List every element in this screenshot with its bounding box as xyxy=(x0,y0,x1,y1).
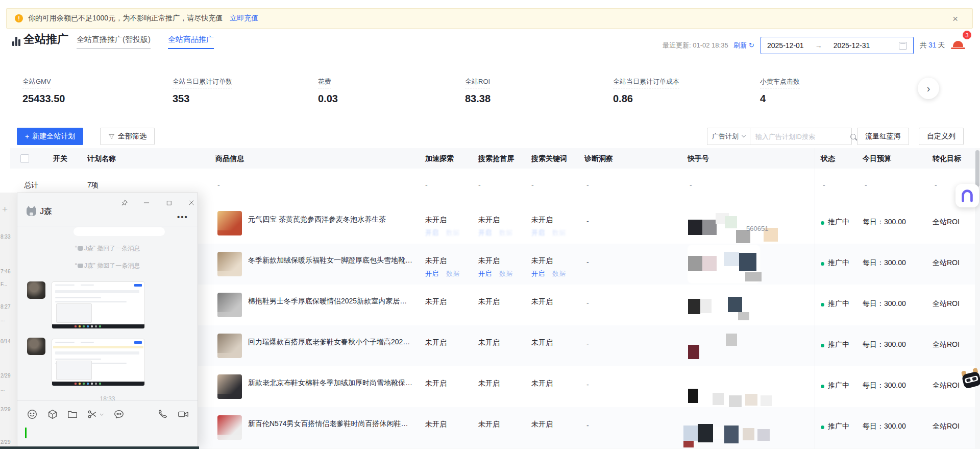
censor-mosaic-block xyxy=(728,297,742,312)
product-name[interactable]: 元气四宝 茶黄芪党参西洋参麦冬泡水养生茶 xyxy=(248,215,412,224)
censor-mosaic-block xyxy=(757,429,770,441)
kuaishou-id-text: 560651 xyxy=(746,225,768,232)
minimize-icon[interactable] xyxy=(140,197,153,208)
pin-icon[interactable] xyxy=(117,197,131,208)
product-name[interactable]: 新百伦N574男女百搭情侣老爹鞋时尚百搭休闲鞋… xyxy=(248,419,412,429)
sticker-box-icon[interactable] xyxy=(46,408,59,421)
product-thumbnail[interactable] xyxy=(217,334,242,358)
chat-input-caret[interactable] xyxy=(25,428,27,438)
target-cell: 全站ROI xyxy=(933,340,960,349)
censor-mosaic-block xyxy=(724,426,739,443)
open-link[interactable]: 开启 xyxy=(478,270,492,277)
feature-status: 未开启 xyxy=(478,379,500,388)
scissors-chevron-icon[interactable] xyxy=(98,408,105,421)
product-thumbnail[interactable] xyxy=(217,211,242,235)
wolf-avatar-icon xyxy=(27,208,36,216)
data-link[interactable]: 数据 xyxy=(446,229,459,237)
product-name[interactable]: 回力瑞爆款百搭厚底老爹鞋女春秋小个子增高202… xyxy=(248,338,412,347)
target-cell: 全站ROI xyxy=(933,218,960,227)
censor-mosaic-block xyxy=(713,393,724,405)
product-name[interactable]: 棉拖鞋男士冬季厚底保暖情侣2025新款室内家居… xyxy=(248,297,412,306)
chat-list-time: F... xyxy=(1,281,7,287)
feature-links: 开启数据 xyxy=(531,228,566,238)
chat-history-icon[interactable] xyxy=(112,408,126,421)
balance-warning-banner: ! 你的可用余额已不足1000元，为不影响正常推广，请尽快充值 立即充值 × xyxy=(6,8,973,29)
data-link[interactable]: 数据 xyxy=(499,229,512,237)
chat-list-plus-icon[interactable]: + xyxy=(2,204,8,215)
chat-window: J森 ••• “J森” 撤回了一条消息 “J森” 撤回了一条消息 18:33 xyxy=(17,193,198,449)
feature-status: 未开启 xyxy=(531,379,553,388)
censor-mosaic-block xyxy=(739,253,756,271)
diagnosis-cell: - xyxy=(586,381,589,389)
chat-list-time: ... xyxy=(1,317,5,322)
chat-toolbar-divider xyxy=(17,400,198,401)
feature-links: 开启数据 xyxy=(531,269,566,278)
budget-cell[interactable]: 每日：300.00 xyxy=(863,381,906,390)
open-link[interactable]: 开启 xyxy=(531,270,545,277)
voice-call-icon[interactable] xyxy=(156,408,169,421)
recall-notice: “J森” 撤回了一条消息 xyxy=(17,244,198,253)
censor-mosaic-block xyxy=(688,256,702,271)
censor-mosaic-block xyxy=(700,299,712,313)
feature-status: 未开启 xyxy=(531,338,553,347)
budget-cell[interactable]: 每日：300.00 xyxy=(863,258,906,268)
open-link[interactable]: 开启 xyxy=(531,229,545,237)
product-name[interactable]: 新款老北京布鞋女棉鞋冬季加绒加厚时尚雪地靴保… xyxy=(248,379,412,388)
chat-more-button[interactable]: ••• xyxy=(177,212,188,221)
feature-status: 未开启 xyxy=(531,256,553,266)
target-cell: 全站ROI xyxy=(933,299,960,309)
budget-cell[interactable]: 每日：300.00 xyxy=(863,299,906,309)
data-link[interactable]: 数据 xyxy=(552,229,566,237)
target-cell: 全站ROI xyxy=(933,258,960,268)
chat-list-time: 8:27 xyxy=(1,304,10,310)
message-avatar[interactable] xyxy=(27,338,45,355)
close-icon[interactable] xyxy=(185,197,198,208)
video-call-icon[interactable] xyxy=(177,408,190,421)
feature-links: 开启数据 xyxy=(478,269,512,278)
chat-list-time: 7:46 xyxy=(1,269,10,274)
censor-mosaic-block xyxy=(743,428,754,440)
feature-status: 未开启 xyxy=(531,216,553,225)
budget-cell[interactable]: 每日：300.00 xyxy=(863,340,906,349)
maximize-icon[interactable] xyxy=(162,197,176,208)
message-image-screenshot[interactable] xyxy=(52,339,145,386)
product-thumbnail[interactable] xyxy=(217,415,242,440)
product-name[interactable]: 冬季新款加绒保暖乐福鞋女一脚蹬厚底包头雪地靴… xyxy=(248,256,412,265)
open-link[interactable]: 开启 xyxy=(425,229,438,237)
banner-close-icon[interactable]: × xyxy=(952,14,958,23)
open-link[interactable]: 开启 xyxy=(425,270,438,277)
data-link[interactable]: 数据 xyxy=(446,270,459,277)
open-link[interactable]: 开启 xyxy=(478,229,492,237)
recharge-link[interactable]: 立即充值 xyxy=(230,14,258,23)
budget-cell[interactable]: 每日：300.00 xyxy=(863,218,906,227)
feature-status: 未开启 xyxy=(478,297,500,306)
data-link[interactable]: 数据 xyxy=(552,270,566,277)
product-thumbnail[interactable] xyxy=(217,293,242,317)
emoji-icon[interactable] xyxy=(26,408,39,421)
file-folder-icon[interactable] xyxy=(66,408,79,421)
censor-mosaic-block xyxy=(729,395,742,407)
censor-mosaic-block xyxy=(688,299,700,314)
status-dot-icon xyxy=(821,262,824,266)
status-dot-icon xyxy=(821,303,824,306)
data-link[interactable]: 数据 xyxy=(499,270,512,277)
diagnosis-cell: - xyxy=(586,340,589,348)
chat-list-time: 2/29 xyxy=(1,407,10,412)
product-thumbnail[interactable] xyxy=(217,252,242,276)
product-thumbnail[interactable] xyxy=(217,374,242,399)
target-cell: 全站ROI xyxy=(933,422,960,431)
status-text: 推广中 xyxy=(828,218,849,227)
message-avatar[interactable] xyxy=(27,281,45,299)
chat-title-divider xyxy=(17,226,198,226)
vertical-scrollbar-thumb[interactable] xyxy=(975,150,979,187)
status-dot-icon xyxy=(821,344,824,347)
budget-cell[interactable]: 每日：300.00 xyxy=(863,422,906,431)
censor-mosaic-block xyxy=(702,220,717,235)
censor-mosaic-block xyxy=(702,256,717,271)
chat-contact-title: J森 xyxy=(27,206,52,217)
ai-assistant-button[interactable] xyxy=(955,184,979,207)
censored-message xyxy=(74,227,165,236)
screenshot-scissors-icon[interactable] xyxy=(86,408,99,421)
message-image-screenshot[interactable] xyxy=(52,281,145,329)
sticky-column-divider xyxy=(815,148,815,449)
